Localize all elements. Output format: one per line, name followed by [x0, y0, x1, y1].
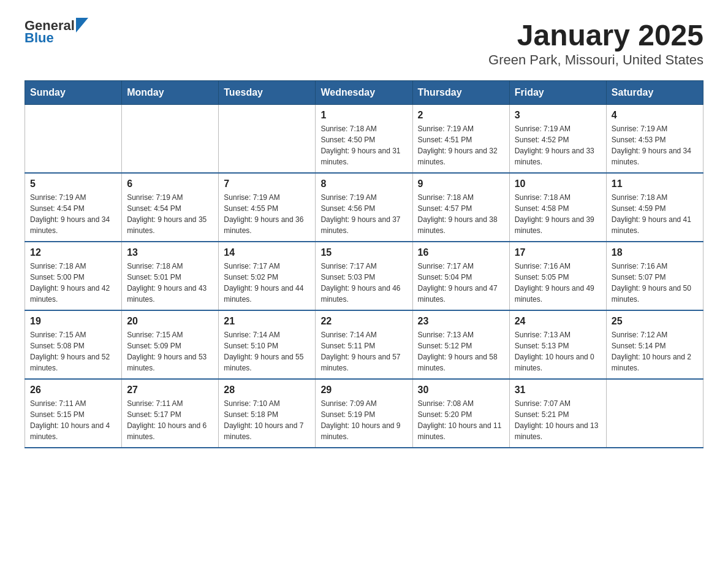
calendar-cell: [606, 379, 703, 448]
calendar-cell: 19Sunrise: 7:15 AM Sunset: 5:08 PM Dayli…: [25, 310, 122, 379]
day-info: Sunrise: 7:08 AM Sunset: 5:20 PM Dayligh…: [418, 398, 504, 442]
calendar-cell: 23Sunrise: 7:13 AM Sunset: 5:12 PM Dayli…: [412, 310, 509, 379]
page-title: January 2025: [488, 18, 703, 52]
calendar-cell: 9Sunrise: 7:18 AM Sunset: 4:57 PM Daylig…: [412, 173, 509, 242]
calendar-cell: 25Sunrise: 7:12 AM Sunset: 5:14 PM Dayli…: [606, 310, 703, 379]
day-number: 5: [30, 178, 116, 190]
day-info: Sunrise: 7:19 AM Sunset: 4:54 PM Dayligh…: [30, 192, 116, 236]
calendar-cell: 24Sunrise: 7:13 AM Sunset: 5:13 PM Dayli…: [509, 310, 606, 379]
calendar-cell: 15Sunrise: 7:17 AM Sunset: 5:03 PM Dayli…: [316, 242, 412, 310]
day-info: Sunrise: 7:17 AM Sunset: 5:04 PM Dayligh…: [418, 261, 504, 305]
day-info: Sunrise: 7:14 AM Sunset: 5:10 PM Dayligh…: [224, 329, 310, 373]
day-info: Sunrise: 7:18 AM Sunset: 5:01 PM Dayligh…: [127, 261, 213, 305]
day-of-week-tuesday: Tuesday: [219, 81, 316, 105]
day-info: Sunrise: 7:12 AM Sunset: 5:14 PM Dayligh…: [612, 329, 698, 373]
calendar-cell: 5Sunrise: 7:19 AM Sunset: 4:54 PM Daylig…: [25, 173, 122, 242]
day-number: 20: [127, 316, 213, 327]
page-subtitle: Green Park, Missouri, United States: [488, 52, 703, 68]
day-info: Sunrise: 7:19 AM Sunset: 4:53 PM Dayligh…: [612, 123, 698, 167]
day-info: Sunrise: 7:18 AM Sunset: 4:58 PM Dayligh…: [515, 192, 601, 236]
day-info: Sunrise: 7:14 AM Sunset: 5:11 PM Dayligh…: [320, 329, 407, 373]
day-number: 26: [30, 385, 116, 396]
day-info: Sunrise: 7:18 AM Sunset: 4:50 PM Dayligh…: [320, 123, 407, 167]
day-info: Sunrise: 7:19 AM Sunset: 4:52 PM Dayligh…: [515, 123, 601, 167]
calendar-cell: 4Sunrise: 7:19 AM Sunset: 4:53 PM Daylig…: [606, 105, 703, 174]
calendar-cell: 8Sunrise: 7:19 AM Sunset: 4:56 PM Daylig…: [316, 173, 412, 242]
day-number: 1: [320, 110, 407, 121]
calendar-cell: 31Sunrise: 7:07 AM Sunset: 5:21 PM Dayli…: [509, 379, 606, 448]
day-number: 27: [127, 385, 213, 396]
calendar-cell: 27Sunrise: 7:11 AM Sunset: 5:17 PM Dayli…: [122, 379, 219, 448]
day-info: Sunrise: 7:09 AM Sunset: 5:19 PM Dayligh…: [320, 398, 407, 442]
day-info: Sunrise: 7:15 AM Sunset: 5:08 PM Dayligh…: [30, 329, 116, 373]
day-of-week-friday: Friday: [509, 81, 606, 105]
day-number: 17: [515, 247, 601, 258]
day-number: 31: [515, 385, 601, 396]
day-number: 14: [224, 247, 310, 258]
calendar-week-4: 19Sunrise: 7:15 AM Sunset: 5:08 PM Dayli…: [25, 310, 703, 379]
day-number: 4: [612, 110, 698, 121]
day-number: 25: [612, 316, 698, 327]
logo: General Blue: [25, 18, 88, 45]
day-number: 13: [127, 247, 213, 258]
calendar-cell: 10Sunrise: 7:18 AM Sunset: 4:58 PM Dayli…: [509, 173, 606, 242]
day-number: 2: [418, 110, 504, 121]
calendar-cell: 11Sunrise: 7:18 AM Sunset: 4:59 PM Dayli…: [606, 173, 703, 242]
day-info: Sunrise: 7:18 AM Sunset: 4:57 PM Dayligh…: [418, 192, 504, 236]
calendar-cell: [122, 105, 219, 174]
day-number: 24: [515, 316, 601, 327]
day-info: Sunrise: 7:15 AM Sunset: 5:09 PM Dayligh…: [127, 329, 213, 373]
page-header: General Blue January 2025 Green Park, Mi…: [25, 18, 703, 68]
day-number: 9: [418, 178, 504, 190]
calendar-cell: 3Sunrise: 7:19 AM Sunset: 4:52 PM Daylig…: [509, 105, 606, 174]
calendar-cell: 16Sunrise: 7:17 AM Sunset: 5:04 PM Dayli…: [412, 242, 509, 310]
calendar-week-3: 12Sunrise: 7:18 AM Sunset: 5:00 PM Dayli…: [25, 242, 703, 310]
day-number: 10: [515, 178, 601, 190]
day-number: 18: [612, 247, 698, 258]
day-info: Sunrise: 7:11 AM Sunset: 5:17 PM Dayligh…: [127, 398, 213, 442]
calendar-cell: 18Sunrise: 7:16 AM Sunset: 5:07 PM Dayli…: [606, 242, 703, 310]
day-number: 6: [127, 178, 213, 190]
calendar-cell: 20Sunrise: 7:15 AM Sunset: 5:09 PM Dayli…: [122, 310, 219, 379]
logo-blue-text: Blue: [25, 31, 88, 45]
day-of-week-saturday: Saturday: [606, 81, 703, 105]
day-info: Sunrise: 7:13 AM Sunset: 5:12 PM Dayligh…: [418, 329, 504, 373]
day-info: Sunrise: 7:17 AM Sunset: 5:03 PM Dayligh…: [320, 261, 407, 305]
day-info: Sunrise: 7:17 AM Sunset: 5:02 PM Dayligh…: [224, 261, 310, 305]
day-info: Sunrise: 7:19 AM Sunset: 4:54 PM Dayligh…: [127, 192, 213, 236]
day-info: Sunrise: 7:10 AM Sunset: 5:18 PM Dayligh…: [224, 398, 310, 442]
day-of-week-thursday: Thursday: [412, 81, 509, 105]
day-number: 8: [320, 178, 407, 190]
title-block: January 2025 Green Park, Missouri, Unite…: [488, 18, 703, 68]
calendar-cell: 14Sunrise: 7:17 AM Sunset: 5:02 PM Dayli…: [219, 242, 316, 310]
day-info: Sunrise: 7:07 AM Sunset: 5:21 PM Dayligh…: [515, 398, 601, 442]
days-of-week-row: SundayMondayTuesdayWednesdayThursdayFrid…: [25, 81, 703, 105]
day-info: Sunrise: 7:19 AM Sunset: 4:55 PM Dayligh…: [224, 192, 310, 236]
calendar-week-1: 1Sunrise: 7:18 AM Sunset: 4:50 PM Daylig…: [25, 105, 703, 174]
day-number: 12: [30, 247, 116, 258]
day-number: 29: [320, 385, 407, 396]
day-number: 3: [515, 110, 601, 121]
day-of-week-wednesday: Wednesday: [316, 81, 412, 105]
day-info: Sunrise: 7:13 AM Sunset: 5:13 PM Dayligh…: [515, 329, 601, 373]
calendar-cell: 30Sunrise: 7:08 AM Sunset: 5:20 PM Dayli…: [412, 379, 509, 448]
calendar-cell: 17Sunrise: 7:16 AM Sunset: 5:05 PM Dayli…: [509, 242, 606, 310]
calendar-week-5: 26Sunrise: 7:11 AM Sunset: 5:15 PM Dayli…: [25, 379, 703, 448]
day-number: 30: [418, 385, 504, 396]
calendar-cell: 13Sunrise: 7:18 AM Sunset: 5:01 PM Dayli…: [122, 242, 219, 310]
day-info: Sunrise: 7:11 AM Sunset: 5:15 PM Dayligh…: [30, 398, 116, 442]
day-number: 11: [612, 178, 698, 190]
day-info: Sunrise: 7:18 AM Sunset: 5:00 PM Dayligh…: [30, 261, 116, 305]
day-number: 19: [30, 316, 116, 327]
day-number: 23: [418, 316, 504, 327]
day-number: 7: [224, 178, 310, 190]
calendar-cell: 1Sunrise: 7:18 AM Sunset: 4:50 PM Daylig…: [316, 105, 412, 174]
calendar-body: 1Sunrise: 7:18 AM Sunset: 4:50 PM Daylig…: [25, 105, 703, 448]
calendar-cell: [25, 105, 122, 174]
day-number: 22: [320, 316, 407, 327]
calendar-cell: 2Sunrise: 7:19 AM Sunset: 4:51 PM Daylig…: [412, 105, 509, 174]
day-number: 15: [320, 247, 407, 258]
calendar-cell: 6Sunrise: 7:19 AM Sunset: 4:54 PM Daylig…: [122, 173, 219, 242]
calendar-week-2: 5Sunrise: 7:19 AM Sunset: 4:54 PM Daylig…: [25, 173, 703, 242]
day-info: Sunrise: 7:16 AM Sunset: 5:05 PM Dayligh…: [515, 261, 601, 305]
